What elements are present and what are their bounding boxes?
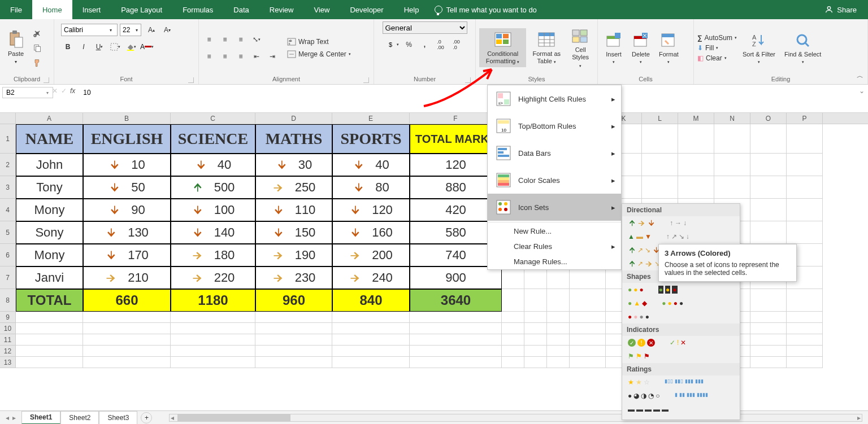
cell[interactable] [678,154,714,176]
cell[interactable] [524,323,547,334]
sheet-nav-next[interactable]: ▸ [12,414,16,422]
cell[interactable] [332,346,410,357]
cell[interactable]: 1180 [171,289,255,312]
cell[interactable]: Sony [16,221,83,244]
cell[interactable] [502,346,524,357]
underline-button[interactable]: U ▾ [93,41,106,53]
font-size-select[interactable] [120,24,141,36]
row-header[interactable]: 3 [0,176,16,199]
cell[interactable] [714,154,750,176]
iconset-4arrows-gray[interactable]: ↑↗↘↓ [665,231,691,242]
increase-decimal-button[interactable]: .0.00 [434,38,448,51]
iconset-3arrows-colored[interactable] [627,218,656,228]
cell[interactable] [750,176,787,199]
iconset-3signs[interactable]: ●▲◆ [627,298,648,308]
column-header[interactable]: E [332,113,410,124]
cell[interactable]: SPORTS [332,124,410,154]
iconset-3symbols[interactable]: ✓!✕ [669,338,687,348]
cell[interactable]: TOTAL [16,289,83,312]
cell[interactable] [642,124,678,154]
cell[interactable]: 50 [83,176,171,199]
select-all-corner[interactable] [0,113,16,124]
cell[interactable] [787,357,823,368]
column-header[interactable]: D [255,113,332,124]
iconset-3triangles[interactable]: ▲▬▼ [627,231,653,242]
decrease-decimal-button[interactable]: .00.0 [450,38,463,51]
delete-cells-button[interactable]: Delete▾ [628,29,653,67]
cell[interactable]: 130 [83,221,171,244]
cell[interactable] [787,221,823,244]
dialog-launcher-icon[interactable] [465,77,471,83]
cell[interactable] [410,312,502,323]
cell[interactable]: 840 [332,289,410,312]
comma-button[interactable]: , [418,38,432,51]
cell[interactable] [524,357,547,368]
iconset-3traffic-lights-rimmed[interactable]: ●●● [657,285,679,295]
iconset-4arrows-colored[interactable]: ↗↘ [627,245,661,255]
cell[interactable] [83,346,171,357]
cell[interactable] [787,323,823,334]
cell[interactable] [524,312,547,323]
cell[interactable] [570,323,606,334]
cell[interactable] [16,357,83,368]
row-header[interactable]: 8 [0,289,16,312]
percent-button[interactable]: % [402,38,416,51]
cell[interactable] [714,176,750,199]
cell[interactable] [255,334,332,346]
cell[interactable] [750,199,787,221]
tell-me[interactable]: Tell me what you want to do [435,6,536,14]
iconset-3traffic-lights[interactable]: ●●● [627,285,645,295]
row-header[interactable]: 6 [0,244,16,266]
tab-home[interactable]: Home [32,0,72,19]
cell[interactable] [502,266,524,289]
cell[interactable] [642,176,678,199]
row-header[interactable]: 4 [0,199,16,221]
column-header[interactable]: B [83,113,171,124]
dialog-launcher-icon[interactable] [44,77,49,83]
cell[interactable] [678,124,714,154]
cell[interactable] [547,289,570,312]
cell[interactable]: 160 [332,221,410,244]
row-header[interactable]: 13 [0,357,16,368]
cell[interactable] [750,154,787,176]
increase-indent-button[interactable]: ⇥ [266,50,279,63]
cell[interactable] [83,323,171,334]
cell[interactable]: 250 [255,176,332,199]
column-header[interactable]: A [16,113,83,124]
autosum-button[interactable]: ∑ AutoSum ▾ [697,34,737,42]
cell[interactable]: 3640 [410,289,502,312]
find-select-button[interactable]: Find & Select▾ [781,29,824,67]
cell[interactable] [171,323,255,334]
cell[interactable]: 80 [332,176,410,199]
cell[interactable] [787,346,823,357]
cell[interactable]: Mony [16,199,83,221]
copy-button[interactable] [31,42,44,54]
cell[interactable] [16,323,83,334]
align-left-button[interactable]: ≡ [202,50,216,63]
cell[interactable] [750,312,787,323]
new-rule-item[interactable]: New Rule... [488,224,621,239]
cell[interactable]: Tony [16,176,83,199]
row-header[interactable]: 7 [0,266,16,289]
sheet-tab[interactable]: Sheet3 [99,411,137,425]
format-cells-button[interactable]: Format▾ [656,29,682,67]
column-header[interactable]: O [750,113,787,124]
iconset-4traffic-lights[interactable]: ●●●● [661,298,684,308]
align-middle-button[interactable]: ≡ [218,33,232,46]
cell[interactable] [332,334,410,346]
cell[interactable] [547,334,570,346]
cell[interactable] [16,312,83,323]
cell[interactable] [524,266,547,289]
cell[interactable]: 900 [410,266,502,289]
cell[interactable] [750,334,787,346]
column-header[interactable]: M [678,113,714,124]
cell[interactable] [524,289,547,312]
cell[interactable]: Mony [16,244,83,266]
collapse-ribbon-button[interactable]: ︿ [857,71,863,81]
cell[interactable] [750,124,787,154]
cell[interactable] [547,346,570,357]
cancel-formula-button[interactable]: ✕ [52,87,58,95]
column-header[interactable]: L [642,113,678,124]
cell[interactable] [750,346,787,357]
cell[interactable]: 40 [171,154,255,176]
